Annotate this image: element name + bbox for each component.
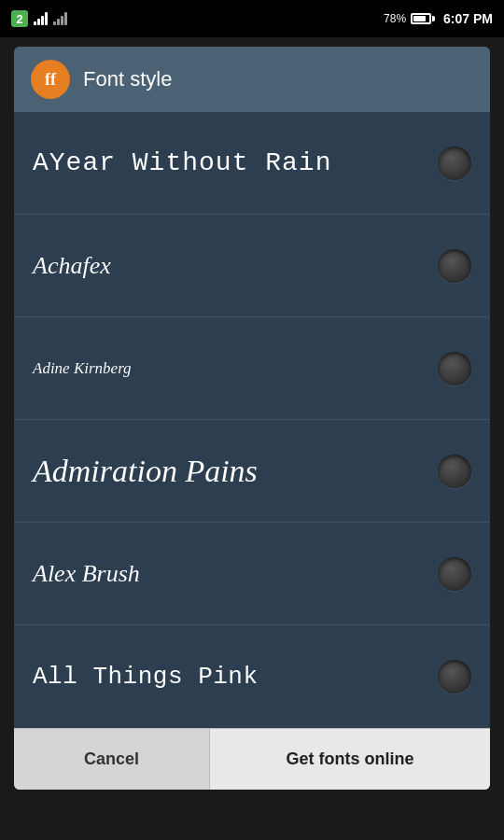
font-name-5: Alex Brush	[33, 560, 438, 588]
radio-btn-4[interactable]	[438, 455, 471, 488]
font-list: AYear Without Rain Achafex Adine Kirnber…	[14, 112, 490, 728]
font-item-4[interactable]: Admiration Pains	[14, 420, 490, 523]
status-bar: 2 78% 6:07 PM	[0, 0, 504, 37]
font-style-dialog: ff Font style AYear Without Rain Achafex…	[14, 47, 490, 790]
dialog-title: Font style	[83, 67, 172, 91]
status-left: 2	[11, 10, 67, 27]
font-item-6[interactable]: All Things Pink	[14, 625, 490, 728]
font-item-5[interactable]: Alex Brush	[14, 523, 490, 625]
dialog-header: ff Font style	[14, 47, 490, 112]
radio-btn-2[interactable]	[438, 249, 471, 283]
radio-btn-6[interactable]	[438, 660, 471, 693]
font-item-1[interactable]: AYear Without Rain	[14, 112, 490, 215]
battery-percent: 78%	[384, 12, 406, 25]
battery-icon	[411, 13, 435, 24]
ff-logo: ff	[31, 60, 70, 99]
status-time: 6:07 PM	[443, 11, 493, 26]
sim-badge: 2	[11, 10, 28, 27]
font-name-3: Adine Kirnberg	[33, 359, 438, 378]
radio-btn-5[interactable]	[438, 557, 471, 591]
font-name-1: AYear Without Rain	[33, 148, 438, 177]
dialog-buttons: Cancel Get fonts online	[14, 728, 490, 790]
sim-signal-2	[53, 12, 67, 25]
radio-btn-1[interactable]	[438, 147, 471, 180]
get-fonts-button[interactable]: Get fonts online	[210, 729, 490, 790]
font-name-4: Admiration Pains	[33, 454, 438, 489]
font-name-2: Achafex	[33, 252, 438, 280]
font-item-2[interactable]: Achafex	[14, 215, 490, 317]
radio-btn-3[interactable]	[438, 352, 471, 385]
font-name-6: All Things Pink	[33, 663, 438, 691]
signal-icon	[34, 12, 48, 25]
cancel-button[interactable]: Cancel	[14, 729, 210, 790]
status-right: 78% 6:07 PM	[384, 11, 493, 26]
font-item-3[interactable]: Adine Kirnberg	[14, 317, 490, 420]
